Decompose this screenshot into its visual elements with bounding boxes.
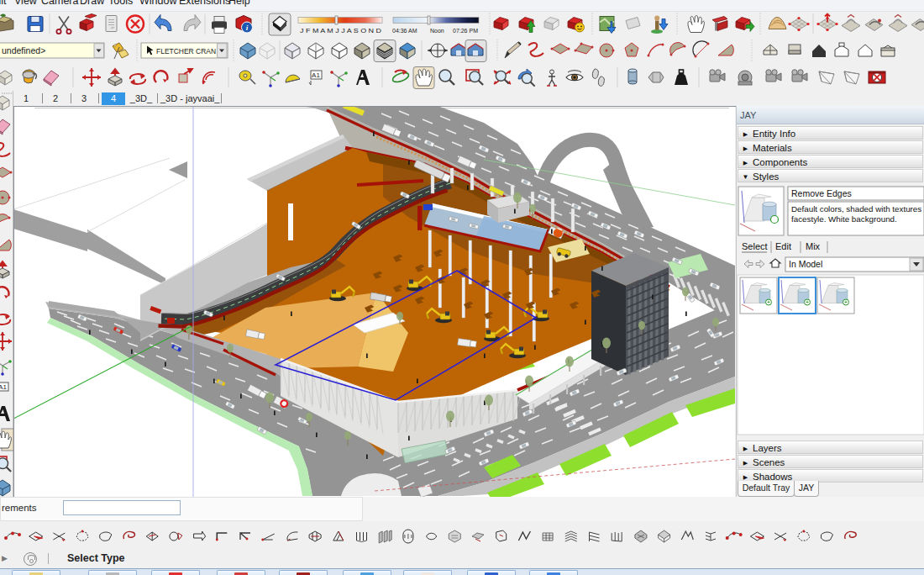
svg-text:Select: Select — [742, 241, 768, 251]
svg-text:undefined>: undefined> — [2, 45, 45, 55]
svg-text:Mix: Mix — [806, 241, 821, 251]
svg-text:Default colors, shaded with te: Default colors, shaded with textures — [791, 204, 921, 214]
svg-text:J F M A M J J A S O N D: J F M A M J J A S O N D — [300, 28, 381, 34]
svg-text:04:36 AM: 04:36 AM — [392, 28, 417, 34]
svg-text:FLETCHER CRAN: FLETCHER CRAN — [156, 47, 216, 55]
svg-text:Edit: Edit — [775, 241, 791, 251]
svg-text:Remove Edges: Remove Edges — [791, 188, 852, 198]
svg-text:facestyle. White background.: facestyle. White background. — [791, 214, 897, 224]
svg-text:Noon: Noon — [430, 28, 444, 34]
svg-text:In Model: In Model — [789, 259, 822, 269]
svg-text:07:26 PM: 07:26 PM — [453, 28, 478, 34]
